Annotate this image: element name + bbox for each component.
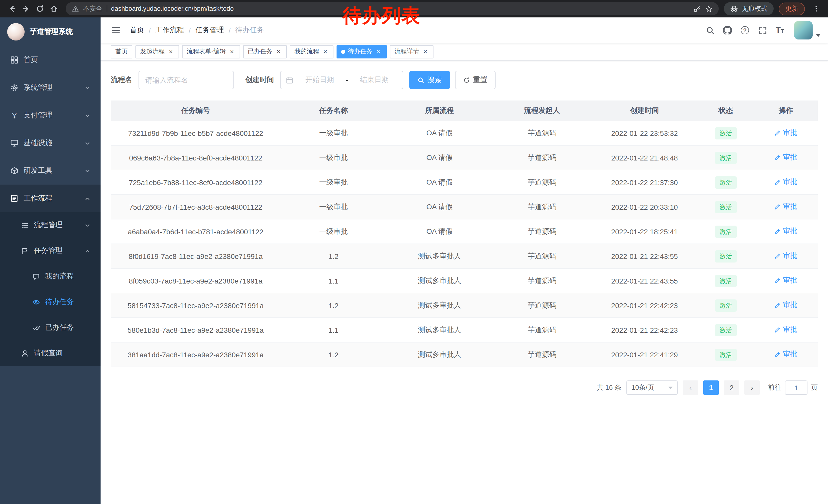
sidebar-item-task-management[interactable]: 任务管理 (0, 238, 100, 264)
status-badge: 激活 (715, 250, 737, 262)
search-button[interactable]: 搜索 (409, 71, 450, 89)
cell-create-time: 2022-01-22 21:48:48 (591, 153, 697, 162)
process-name-input[interactable] (138, 71, 234, 89)
page-size-select[interactable]: 10条/页 (626, 380, 678, 395)
end-date-placeholder: 结束日期 (351, 75, 398, 85)
cell-task-name: 1.2 (280, 351, 386, 359)
cell-create-time: 2022-01-22 20:33:10 (591, 203, 697, 211)
approve-link[interactable]: 审批 (774, 350, 797, 359)
sidebar-item-process-management[interactable]: 流程管理 (0, 212, 100, 238)
help-icon[interactable]: ? (737, 22, 753, 39)
cell-task-name: 1.2 (280, 301, 386, 310)
sidebar-item-devtools[interactable]: 研发工具 (0, 157, 100, 185)
close-icon[interactable]: × (422, 48, 429, 55)
close-icon[interactable]: × (322, 48, 329, 55)
page-unit-label: 页 (811, 383, 818, 392)
bookmark-star-icon[interactable] (705, 5, 713, 12)
address-divider (107, 5, 107, 12)
cell-starter: 芋道源码 (493, 325, 591, 334)
sidebar-item-system[interactable]: 系统管理 (0, 74, 100, 101)
close-icon[interactable]: × (167, 48, 174, 55)
close-icon[interactable]: × (228, 48, 236, 55)
edit-icon (774, 277, 781, 284)
tab-home[interactable]: 首页 (111, 45, 132, 58)
sidebar-item-todo-task[interactable]: 待办任务 (0, 289, 100, 315)
cell-process: 测试多审批人 (386, 301, 493, 310)
chevron-down-icon (85, 140, 90, 146)
sidebar-item-home[interactable]: 首页 (0, 46, 100, 74)
eye-icon (32, 298, 40, 306)
address-bar[interactable]: 不安全 dashboard.yudao.iocoder.cn/bpm/task/… (66, 2, 719, 15)
pagination: 共 16 条 10条/页 ‹ 1 2 › 前往 页 (111, 380, 818, 395)
approve-link[interactable]: 审批 (774, 227, 797, 236)
incognito-label: 无痕模式 (742, 4, 768, 13)
key-icon[interactable] (693, 5, 701, 12)
prev-page-button[interactable]: ‹ (683, 380, 698, 395)
approve-link[interactable]: 审批 (774, 301, 797, 310)
approve-link[interactable]: 审批 (774, 153, 797, 162)
cell-action: 审批 (754, 276, 818, 286)
approve-link[interactable]: 审批 (774, 276, 797, 285)
search-icon[interactable] (702, 22, 718, 39)
cell-task-id: 73211d9d-7b9b-11ec-b5b7-acde48001122 (111, 129, 280, 137)
start-date-placeholder: 开始日期 (296, 75, 343, 85)
todo-task-table: 任务编号 任务名称 所属流程 流程发起人 创建时间 状态 操作 73211d9d… (111, 100, 818, 367)
app-logo[interactable]: 芋道管理系统 (0, 17, 100, 46)
approve-link[interactable]: 审批 (774, 129, 797, 138)
browser-reload-icon[interactable] (33, 2, 47, 16)
browser-menu-icon[interactable] (809, 2, 823, 16)
sidebar-item-done-task[interactable]: 已办任务 (0, 315, 100, 340)
collapse-sidebar-icon[interactable] (108, 22, 124, 38)
breadcrumb-task-management[interactable]: 任务管理 (196, 26, 224, 35)
browser-home-icon[interactable] (47, 2, 60, 16)
security-label: 不安全 (83, 4, 102, 13)
table-row: 73211d9d-7b9b-11ec-b5b7-acde48001122 一级审… (111, 121, 818, 146)
process-name-label: 流程名 (111, 75, 132, 85)
sidebar-item-payment[interactable]: ¥ 支付管理 (0, 101, 100, 129)
breadcrumb-home[interactable]: 首页 (130, 26, 144, 35)
sidebar-item-leave-query[interactable]: 请假查询 (0, 340, 100, 366)
sidebar-item-my-process[interactable]: 我的流程 (0, 264, 100, 289)
cell-status: 激活 (697, 151, 754, 164)
tab-start-process[interactable]: 发起流程× (135, 45, 179, 58)
cell-create-time: 2022-01-21 22:42:23 (591, 301, 697, 310)
close-icon[interactable]: × (275, 48, 282, 55)
browser-forward-icon[interactable] (19, 2, 33, 16)
approve-link[interactable]: 审批 (774, 202, 797, 212)
cell-task-id: 8f059c03-7ac8-11ec-a9e2-a2380e71991a (111, 277, 280, 285)
table-row: 8f0d1619-7ac8-11ec-a9e2-a2380e71991a 1.2… (111, 244, 818, 269)
reset-button[interactable]: 重置 (455, 71, 496, 89)
tab-process-detail[interactable]: 流程详情× (390, 45, 433, 58)
cell-action: 审批 (754, 301, 818, 310)
browser-back-icon[interactable] (5, 2, 19, 16)
date-range-picker[interactable]: 开始日期 - 结束日期 (280, 71, 403, 89)
cell-starter: 芋道源码 (493, 153, 591, 162)
goto-page-input[interactable] (785, 380, 808, 395)
sidebar-item-workflow[interactable]: 工作流程 (0, 185, 100, 212)
tab-todo-task[interactable]: 待办任务× (336, 45, 387, 58)
avatar-caret-icon[interactable] (816, 34, 820, 37)
tab-my-process[interactable]: 我的流程× (290, 45, 333, 58)
cell-task-id: 725a1eb6-7b88-11ec-8ef0-acde48001122 (111, 178, 280, 186)
approve-link[interactable]: 审批 (774, 251, 797, 261)
cell-action: 审批 (754, 350, 818, 359)
next-page-button[interactable]: › (744, 380, 760, 395)
page-button-1[interactable]: 1 (703, 380, 719, 395)
approve-link[interactable]: 审批 (774, 178, 797, 187)
font-size-icon[interactable]: TT (772, 22, 788, 39)
github-icon[interactable] (719, 22, 736, 39)
approve-link[interactable]: 审批 (774, 325, 797, 334)
tab-done-task[interactable]: 已办任务× (243, 45, 287, 58)
breadcrumb-workflow[interactable]: 工作流程 (156, 26, 184, 35)
cell-status: 激活 (697, 225, 754, 238)
close-icon[interactable]: × (375, 48, 382, 55)
tab-form-edit[interactable]: 流程表单-编辑× (182, 45, 240, 58)
page-button-2[interactable]: 2 (724, 380, 739, 395)
user-avatar[interactable] (794, 21, 813, 40)
update-button[interactable]: 更新 (779, 2, 805, 15)
cell-process: 测试多审批人 (386, 276, 493, 285)
cell-create-time: 2022-01-21 22:41:29 (591, 351, 697, 359)
table-row: 8f059c03-7ac8-11ec-a9e2-a2380e71991a 1.1… (111, 269, 818, 293)
fullscreen-icon[interactable] (754, 22, 771, 39)
sidebar-item-infrastructure[interactable]: 基础设施 (0, 129, 100, 157)
